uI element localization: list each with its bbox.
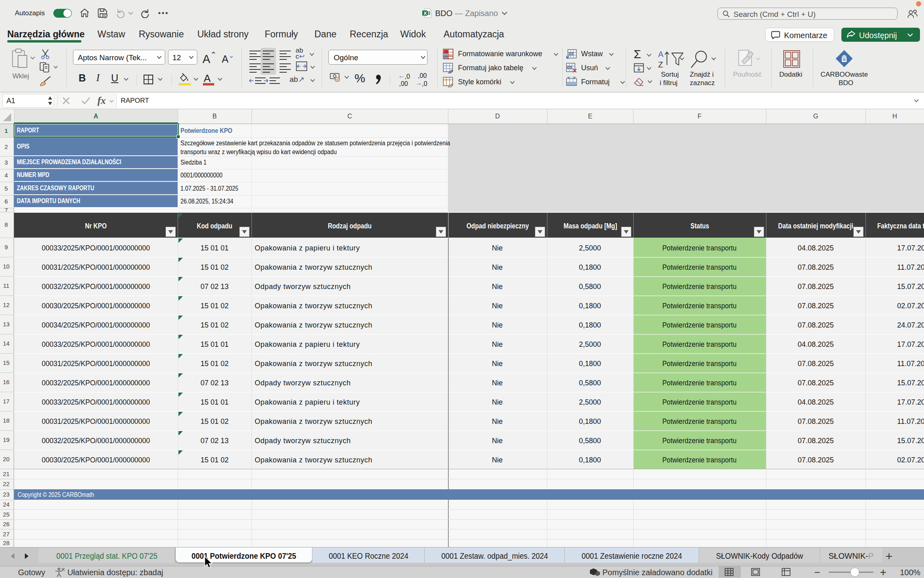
svg-text:Z: Z — [658, 60, 663, 69]
svg-text:A: A — [658, 50, 664, 59]
